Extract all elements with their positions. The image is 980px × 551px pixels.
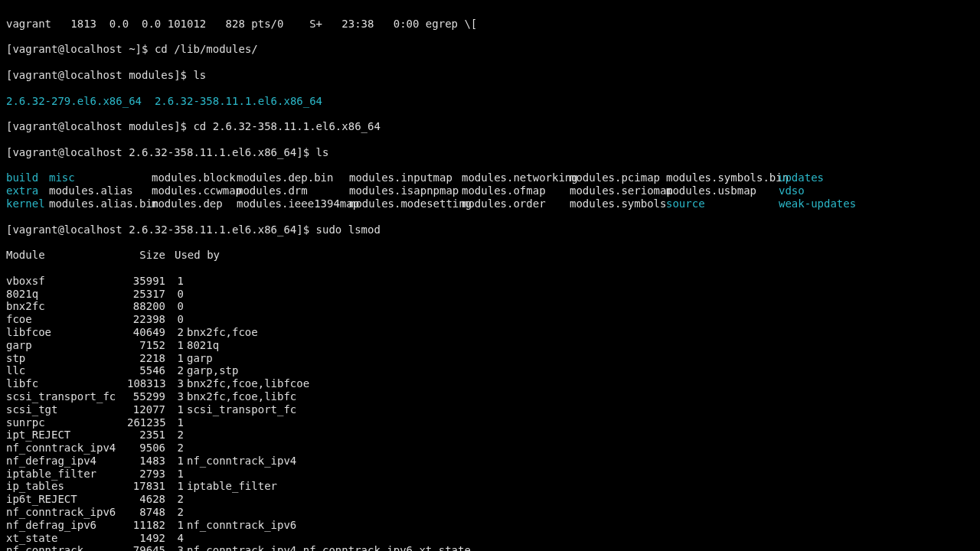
lsmod-row: bnx2fc882000 bbox=[6, 300, 974, 313]
lsmod-row: ip_tables178311iptable_filter bbox=[6, 480, 974, 493]
ls-entry: extra bbox=[6, 184, 49, 197]
lsmod-row: llc55462garp,stp bbox=[6, 364, 974, 377]
ls-entry: modules.ofmap bbox=[462, 184, 570, 197]
ls-entry: kernel bbox=[6, 197, 49, 210]
lsmod-row: scsi_tgt120771scsi_transport_fc bbox=[6, 403, 974, 416]
lsmod-row: nf_conntrack796453nf_conntrack_ipv4,nf_c… bbox=[6, 544, 974, 551]
ls-entry: modules.drm bbox=[237, 184, 349, 197]
lsmod-row: ipt_REJECT23512 bbox=[6, 429, 974, 442]
ls-module-dirs: 2.6.32-279.el6.x86_64 2.6.32-358.11.1.el… bbox=[6, 95, 974, 108]
lsmod-row: vboxsf359911 bbox=[6, 275, 974, 288]
lsmod-row: libfcoe406492bnx2fc,fcoe bbox=[6, 326, 974, 339]
lsmod-row: xt_state14924 bbox=[6, 532, 974, 545]
lsmod-row: nf_conntrack_ipv495062 bbox=[6, 442, 974, 455]
ls-entry: build bbox=[6, 171, 49, 184]
ls-entry: modules.block bbox=[152, 171, 237, 184]
lsmod-output: vboxsf3599118021q253170bnx2fc882000fcoe2… bbox=[6, 275, 974, 551]
ls-entry: misc bbox=[49, 171, 152, 184]
lsmod-row: scsi_transport_fc552993bnx2fc,fcoe,libfc bbox=[6, 390, 974, 403]
ls-entry: modules.ccwmap bbox=[152, 184, 237, 197]
cmd-cd-kver: [vagrant@localhost modules]$ cd 2.6.32-3… bbox=[6, 120, 974, 133]
lsmod-row: fcoe223980 bbox=[6, 313, 974, 326]
ls-entry: modules.dep.bin bbox=[237, 171, 349, 184]
ls-entry: modules.alias bbox=[49, 184, 152, 197]
ls-output: buildmiscmodules.blockmodules.dep.binmod… bbox=[6, 171, 974, 210]
lsmod-row: nf_conntrack_ipv687482 bbox=[6, 506, 974, 519]
ls-entry: modules.ieee1394map bbox=[237, 197, 349, 210]
ls-entry: modules.usbmap bbox=[666, 184, 779, 197]
lsmod-header: ModuleSizeUsed by bbox=[6, 249, 974, 262]
ls-entry: modules.inputmap bbox=[349, 171, 462, 184]
ls-entry: modules.alias.bin bbox=[49, 197, 152, 210]
ls-entry: modules.symbols bbox=[570, 197, 666, 210]
cmd-cd-modules: [vagrant@localhost ~]$ cd /lib/modules/ bbox=[6, 43, 974, 56]
ls-entry: modules.modesetting bbox=[349, 197, 462, 210]
ls-entry: modules.networking bbox=[462, 171, 570, 184]
ls-entry: modules.symbols.bin bbox=[666, 171, 779, 184]
ls-entry: vdso bbox=[779, 184, 828, 197]
lsmod-row: 8021q253170 bbox=[6, 288, 974, 301]
ls-entry: modules.isapnpmap bbox=[349, 184, 462, 197]
lsmod-row: libfc1083133bnx2fc,fcoe,libfcoe bbox=[6, 377, 974, 390]
cmd-lsmod: [vagrant@localhost 2.6.32-358.11.1.el6.x… bbox=[6, 223, 974, 236]
lsmod-row: iptable_filter27931 bbox=[6, 468, 974, 481]
ls-entry: modules.dep bbox=[152, 197, 237, 210]
terminal[interactable]: vagrant 1813 0.0 0.0 101012 828 pts/0 S+… bbox=[0, 0, 980, 551]
ls-entry: modules.seriomap bbox=[570, 184, 666, 197]
ls-entry: source bbox=[666, 197, 779, 210]
ls-entry: modules.pcimap bbox=[570, 171, 666, 184]
lsmod-row: ip6t_REJECT46282 bbox=[6, 493, 974, 506]
lsmod-row: nf_defrag_ipv414831nf_conntrack_ipv4 bbox=[6, 455, 974, 468]
ls-entry: weak-updates bbox=[779, 197, 828, 210]
lsmod-row: stp22181garp bbox=[6, 352, 974, 365]
cmd-ls-modules: [vagrant@localhost modules]$ ls bbox=[6, 69, 974, 82]
ps-output-line: vagrant 1813 0.0 0.0 101012 828 pts/0 S+… bbox=[6, 18, 974, 31]
lsmod-row: sunrpc2612351 bbox=[6, 416, 974, 429]
lsmod-row: garp715218021q bbox=[6, 339, 974, 352]
lsmod-row: nf_defrag_ipv6111821nf_conntrack_ipv6 bbox=[6, 519, 974, 532]
ls-entry: updates bbox=[779, 171, 828, 184]
cmd-ls-kver: [vagrant@localhost 2.6.32-358.11.1.el6.x… bbox=[6, 146, 974, 159]
ls-entry: modules.order bbox=[462, 197, 570, 210]
